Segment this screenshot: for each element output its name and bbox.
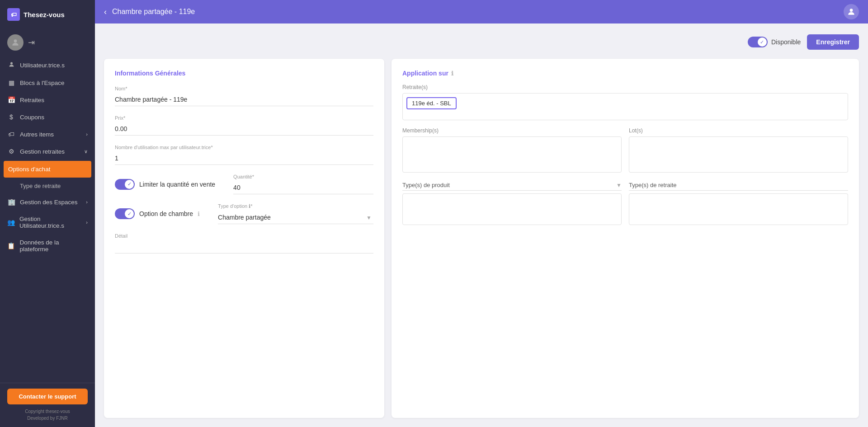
- option-chambre-thumb: ✓: [125, 209, 134, 218]
- lots-box[interactable]: [629, 136, 848, 173]
- save-button[interactable]: Enregistrer: [807, 34, 859, 50]
- detail-label: Détail: [115, 233, 373, 239]
- limiter-thumb: ✓: [125, 180, 134, 189]
- svg-point-0: [14, 39, 17, 42]
- option-chambre-row: ✓ Option de chambre ℹ Type d'option ℹ* C…: [115, 203, 373, 224]
- sidebar-item-autres[interactable]: 🏷 Autres items ›: [0, 126, 95, 143]
- type-retraite-col: Type(s) de retraite: [629, 180, 848, 225]
- data-icon: 📋: [7, 242, 15, 249]
- sidebar-item-blocs[interactable]: ▦ Blocs à l'Espace: [0, 74, 95, 91]
- tag-icon: 🏷: [7, 131, 15, 138]
- main-content: ‹ Chambre partagée - 119e ✓ Disponible E…: [95, 0, 868, 427]
- header-bar: ‹ Chambre partagée - 119e: [95, 0, 868, 23]
- quantite-input[interactable]: [233, 181, 373, 194]
- type-option-group: Type d'option ℹ* Chambre partagée Chambr…: [218, 203, 373, 224]
- toggle-switch[interactable]: ✓: [748, 37, 768, 47]
- building-icon: 🏢: [7, 198, 15, 206]
- toggle-track: ✓: [748, 37, 768, 47]
- logout-icon[interactable]: ⇥: [28, 38, 35, 47]
- application-sur-card: Application sur ℹ Retraite(s) 119e éd. -…: [392, 59, 859, 418]
- detail-input[interactable]: [115, 240, 373, 253]
- sidebar-item-label: Gestion des Espaces: [20, 199, 78, 206]
- type-produit-label: Type(s) de produit: [402, 182, 450, 188]
- limiter-toggle[interactable]: ✓: [115, 179, 135, 190]
- option-toggle-group: ✓ Option de chambre ℹ: [115, 208, 200, 219]
- option-chambre-info-icon: ℹ: [198, 211, 200, 217]
- type-produit-select[interactable]: Type(s) de produit ▼: [402, 180, 622, 191]
- option-chambre-toggle[interactable]: ✓: [115, 208, 135, 219]
- prix-label: Prix*: [115, 115, 373, 121]
- toggle-thumb: ✓: [758, 38, 767, 47]
- sidebar-item-label: Utilisateur.trice.s: [20, 62, 65, 69]
- nom-input[interactable]: [115, 93, 373, 106]
- retraites-label: Retraite(s): [402, 84, 848, 90]
- memberships-col: Membership(s): [402, 127, 622, 173]
- nom-group: Nom*: [115, 86, 373, 106]
- max-label: Nombre d'utilisation max par utilisateur…: [115, 145, 373, 150]
- calendar-icon: 📅: [7, 96, 15, 103]
- chevron-down-icon: ∨: [84, 149, 88, 155]
- sidebar-item-label: Gestion retraites: [20, 148, 65, 155]
- sidebar-sub-label: Type de retraite: [20, 183, 61, 189]
- limiter-toggle-group: ✓ Limiter la quantité en vente: [115, 179, 215, 190]
- sidebar-user: ⇥: [0, 29, 95, 56]
- sidebar-item-type-retraite[interactable]: Type de retraite: [0, 178, 95, 193]
- application-info-icon: ℹ: [451, 70, 453, 77]
- limiter-quantite-row: ✓ Limiter la quantité en vente Quantité*: [115, 174, 373, 194]
- memberships-label: Membership(s): [402, 127, 622, 134]
- sidebar-item-utilisateurs[interactable]: Utilisateur.trice.s: [0, 56, 95, 74]
- sidebar-item-label: Blocs à l'Espace: [20, 80, 65, 86]
- sidebar-item-gestion-utilisatrices[interactable]: 👥 Gestion Utilisateur.trice.s ›: [0, 211, 95, 234]
- type-option-select[interactable]: Chambre partagée Chambre privée: [218, 211, 373, 224]
- sidebar-item-label: Gestion Utilisateur.trice.s: [19, 216, 81, 229]
- type-produit-col: Type(s) de produit ▼: [402, 180, 622, 225]
- copyright: Copyright thesez-vous Developed by FJNR: [7, 408, 88, 422]
- option-chambre-label: Option de chambre: [139, 210, 193, 217]
- sidebar-item-label: Options d'achat: [8, 166, 50, 173]
- sidebar-item-label: Coupons: [20, 114, 44, 121]
- cards-row: Informations Générales Nom* Prix* Nombre…: [104, 59, 859, 418]
- action-bar: ✓ Disponible Enregistrer: [104, 33, 859, 52]
- coupon-icon: $: [7, 113, 15, 121]
- max-input[interactable]: [115, 152, 373, 165]
- logo-text: Thesez-vous: [24, 11, 65, 19]
- limiter-label: Limiter la quantité en vente: [139, 181, 215, 188]
- type-option-label: Type d'option ℹ*: [218, 203, 373, 209]
- type-option-select-wrapper: Chambre partagée Chambre privée ▼: [218, 211, 373, 224]
- user-avatar-icon[interactable]: [844, 4, 859, 19]
- type-produit-arrow-icon: ▼: [616, 182, 622, 188]
- nom-label: Nom*: [115, 86, 373, 91]
- quantite-label: Quantité*: [233, 174, 373, 179]
- svg-point-2: [850, 9, 853, 12]
- sidebar-item-label: Autres items: [20, 131, 54, 138]
- back-button[interactable]: ‹: [104, 7, 107, 17]
- sidebar-item-gestion-retraites[interactable]: ⚙ Gestion retraites ∨: [0, 143, 95, 160]
- support-button[interactable]: Contacter le support: [7, 389, 88, 404]
- chevron-right-icon: ›: [86, 199, 88, 205]
- sidebar-item-gestion-espaces[interactable]: 🏢 Gestion des Espaces ›: [0, 193, 95, 211]
- general-info-card: Informations Générales Nom* Prix* Nombre…: [104, 59, 384, 418]
- detail-group: Détail: [115, 233, 373, 253]
- chevron-right-icon: ›: [86, 131, 88, 137]
- gear-icon: ⚙: [7, 148, 15, 155]
- sidebar-item-label: Retraites: [20, 97, 44, 103]
- sidebar-nav: Utilisateur.trice.s ▦ Blocs à l'Espace 📅…: [0, 56, 95, 383]
- sidebar-item-options[interactable]: Options d'achat: [4, 161, 91, 178]
- sidebar-item-coupons[interactable]: $ Coupons: [0, 108, 95, 126]
- users-icon: [7, 61, 15, 69]
- page-title: Chambre partagée - 119e: [112, 8, 844, 16]
- retraites-box[interactable]: 119e éd. - SBL: [402, 93, 848, 120]
- blocs-icon: ▦: [7, 79, 15, 86]
- type-produit-retraite-row: Type(s) de produit ▼ Type(s) de retraite: [402, 180, 848, 225]
- type-retraite-select[interactable]: Type(s) de retraite: [629, 180, 848, 191]
- sidebar-item-retraites[interactable]: 📅 Retraites: [0, 91, 95, 108]
- prix-input[interactable]: [115, 122, 373, 136]
- type-retraite-box[interactable]: [629, 193, 848, 225]
- type-produit-box[interactable]: [402, 193, 622, 225]
- disponible-toggle[interactable]: ✓ Disponible: [748, 37, 801, 47]
- sidebar-item-donnees[interactable]: 📋 Données de la plateforme: [0, 234, 95, 258]
- avatar: [7, 34, 24, 51]
- chevron-right-icon: ›: [86, 220, 88, 225]
- memberships-box[interactable]: [402, 136, 622, 173]
- svg-point-1: [10, 62, 13, 65]
